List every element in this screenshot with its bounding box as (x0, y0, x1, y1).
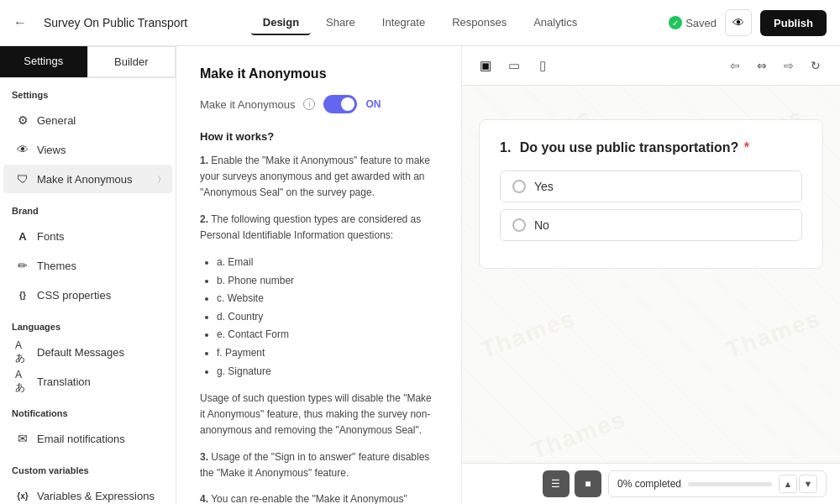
sidebar-item-translation[interactable]: Aあ Translation (3, 367, 172, 396)
align-left-icon[interactable]: ⇦ (724, 55, 746, 76)
progress-up-arrow[interactable]: ▲ (779, 475, 797, 493)
sidebar-item-themes[interactable]: ✏ Themes (3, 251, 172, 280)
preview-body: Thames Thames Thames Thames Thames Thame… (462, 86, 840, 463)
progress-bar (688, 482, 772, 486)
step-2-note: Usage of such question types will disabl… (200, 391, 438, 439)
option-yes[interactable]: Yes (500, 171, 802, 202)
footer-icon-1[interactable]: ☰ (543, 470, 570, 497)
progress-bar-section: 0% completed ▲ ▼ (608, 470, 827, 497)
radio-no[interactable] (512, 218, 526, 232)
sidebar-item-general[interactable]: ⚙ General (3, 106, 172, 134)
preview-panel: ▣ ▭ ▯ ⇦ ⇔ ⇨ ↻ Thames Thames Thames Thame… (462, 46, 840, 504)
step-3: 3. Usage of the "Sign in to answer" feat… (200, 449, 438, 481)
how-it-works-title: How it works? (200, 130, 438, 143)
saved-icon (669, 16, 682, 29)
step-1: 1. Enable the "Make it Anonymous" featur… (200, 153, 438, 202)
info-icon[interactable]: i (303, 98, 315, 110)
progress-down-arrow[interactable]: ▼ (799, 475, 817, 493)
tab-integrate[interactable]: Integrate (370, 11, 437, 35)
option-no[interactable]: No (500, 209, 802, 241)
question-card: 1. Do you use public transportation? * Y… (479, 119, 823, 269)
question-number: 1. (500, 140, 511, 155)
shield-icon: 🛡 (15, 171, 30, 186)
sidebar: Settings Builder Settings ⚙ General 👁 Vi… (0, 46, 176, 504)
question-text: 1. Do you use public transportation? * (500, 140, 802, 155)
translation-icon: Aあ (15, 374, 30, 389)
preview-toolbar: ▣ ▭ ▯ ⇦ ⇔ ⇨ ↻ (462, 46, 840, 86)
content-heading: Make it Anonymous (200, 66, 438, 81)
refresh-icon[interactable]: ↻ (805, 55, 827, 76)
preview-button[interactable]: 👁 (725, 9, 752, 36)
radio-yes[interactable] (512, 180, 526, 193)
tab-share[interactable]: Share (314, 11, 367, 35)
theme-icon: ✏ (15, 258, 30, 273)
css-icon: {} (15, 287, 30, 302)
sidebar-item-variables[interactable]: {x} Variables & Expressions (3, 481, 172, 504)
preview-footer: ☰ ■ 0% completed ▲ ▼ (462, 463, 840, 504)
question-label: Do you use public transportation? (520, 140, 738, 155)
tab-builder[interactable]: Builder (87, 46, 176, 77)
tab-responses[interactable]: Responses (440, 11, 518, 35)
toggle-label: Make it Anonymous (200, 98, 295, 111)
step-4: 4. You can re-enable the "Make it Anonym… (200, 491, 438, 504)
back-button[interactable]: ← (13, 15, 27, 30)
tab-analytics[interactable]: Analytics (522, 11, 589, 35)
toggle-on-label: ON (365, 98, 381, 110)
chevron-right-icon: 〉 (158, 174, 160, 184)
translate-icon: Aあ (15, 344, 30, 360)
footer-icon-2[interactable]: ■ (575, 470, 601, 497)
eye-icon: 👁 (15, 142, 30, 157)
sidebar-item-anonymous[interactable]: 🛡 Make it Anonymous 〉 (3, 165, 172, 193)
email-icon: ✉ (15, 431, 30, 446)
desktop-icon[interactable]: ▣ (475, 55, 496, 76)
section-brand: Brand (0, 194, 176, 221)
tab-design[interactable]: Design (251, 11, 311, 35)
sidebar-item-default-messages[interactable]: Aあ Default Messages (3, 338, 172, 366)
align-center-icon[interactable]: ⇔ (751, 55, 773, 76)
tab-settings[interactable]: Settings (0, 46, 87, 77)
required-indicator: * (744, 140, 749, 155)
option-no-label: No (534, 218, 549, 232)
font-icon: A (15, 228, 30, 244)
section-custom-variables: Custom variables (0, 454, 176, 480)
publish-button[interactable]: Publish (760, 10, 827, 36)
sidebar-item-views[interactable]: 👁 Views (3, 135, 172, 164)
section-notifications: Notifications (0, 396, 176, 423)
variable-icon: {x} (15, 488, 30, 503)
saved-status: Saved (669, 16, 717, 29)
page-title: Survey On Public Transport (44, 16, 187, 29)
gear-icon: ⚙ (15, 113, 30, 128)
option-yes-label: Yes (534, 180, 554, 193)
sidebar-item-css[interactable]: {} CSS properties (3, 281, 172, 309)
section-languages: Languages (0, 310, 176, 337)
content-panel: Make it Anonymous Make it Anonymous i ON… (176, 46, 462, 504)
step-2-intro: 2. The following question types are cons… (200, 212, 438, 244)
align-right-icon[interactable]: ⇨ (778, 55, 800, 76)
tablet-icon[interactable]: ▭ (504, 55, 524, 76)
section-settings: Settings (0, 78, 176, 105)
sidebar-item-fonts[interactable]: A Fonts (3, 222, 172, 250)
mobile-icon[interactable]: ▯ (533, 55, 553, 76)
anonymous-toggle[interactable] (323, 95, 357, 113)
sidebar-item-email-notifications[interactable]: ✉ Email notifications (3, 424, 172, 453)
pii-list: a. Email b. Phone number c. Website d. C… (217, 254, 438, 381)
progress-label: 0% completed (617, 478, 681, 490)
